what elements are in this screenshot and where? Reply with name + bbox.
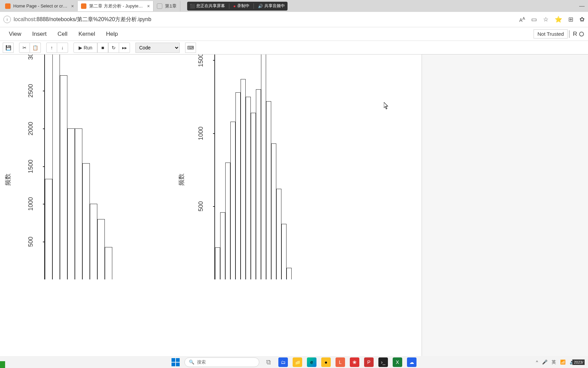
y-tick-mark xyxy=(43,91,45,91)
histogram-right: 频数 50010001500 xyxy=(177,55,347,279)
jupyter-favicon xyxy=(81,3,86,9)
tab-label: Home Page - Select or create a n xyxy=(13,3,68,9)
kernel-name: R xyxy=(573,31,577,37)
menu-help[interactable]: Help xyxy=(101,31,124,37)
jupyter-favicon xyxy=(5,3,11,9)
jupyter-menu-bar: View Insert Cell Kernel Help Not Trusted… xyxy=(0,27,588,41)
windows-taskbar: 🔍 搜索 ⿻ 🗂 📁 e ● L ❀ P ›_ X ☁ ^ 🎤 英 📶 🔊 🔋 … xyxy=(0,356,588,368)
browser-tab-bar: Home Page - Select or create a n × 第二章 方… xyxy=(0,0,588,12)
task-view-icon[interactable]: ⿻ xyxy=(264,357,274,367)
y-tick-mark xyxy=(213,133,215,134)
url-path: :8888/notebooks/第二章%20%20方差分析.ipynb xyxy=(35,16,151,22)
screen-share-bar[interactable]: ⬛您正在共享屏幕 ●录制中 🔊共享音频中 xyxy=(187,2,288,11)
stop-button[interactable]: ■ xyxy=(97,43,108,53)
bar xyxy=(60,75,67,279)
bar xyxy=(90,204,97,279)
menu-kernel[interactable]: Kernel xyxy=(73,31,100,37)
star-icon[interactable]: ☆ xyxy=(543,16,549,23)
y-tick-label: 3000 xyxy=(27,55,34,63)
notebook-area[interactable]: 频数 50010001500200025003000 频数 5001000150… xyxy=(0,55,588,356)
copy-button[interactable]: 📋 xyxy=(30,43,41,53)
url-host: localhost xyxy=(14,16,35,22)
app-icon-4[interactable]: P xyxy=(364,357,374,367)
separator xyxy=(569,30,570,38)
ime-icon[interactable]: 英 xyxy=(552,359,556,365)
bar xyxy=(52,55,60,279)
reader-icon[interactable]: ▭ xyxy=(531,16,537,23)
mic-icon[interactable]: 🎤 xyxy=(542,359,548,365)
close-icon[interactable]: × xyxy=(71,3,74,9)
minimize-icon[interactable]: — xyxy=(579,3,585,9)
file-favicon xyxy=(157,3,162,9)
kernel-indicator[interactable]: R xyxy=(569,30,584,38)
collections-icon[interactable]: ⊞ xyxy=(568,16,573,23)
command-palette-button[interactable]: ⌨ xyxy=(185,43,196,53)
tab-label: 第1章 xyxy=(165,3,176,9)
y-tick-mark xyxy=(43,128,45,129)
tab-label: 第二章 方差分析 - Jupyter Noteb xyxy=(89,3,144,9)
save-button[interactable]: 💾 xyxy=(3,43,14,53)
taskbar-search[interactable]: 🔍 搜索 xyxy=(184,357,259,367)
terminal-icon[interactable]: ›_ xyxy=(378,357,388,367)
url-field[interactable]: localhost:8888/notebooks/第二章%20%20方差分析.i… xyxy=(14,16,517,23)
bar xyxy=(67,128,75,279)
clock[interactable]: 2023/ xyxy=(572,359,585,365)
bar xyxy=(220,212,225,279)
site-info-icon[interactable]: i xyxy=(3,16,11,23)
y-tick-label: 500 xyxy=(27,232,34,252)
bar xyxy=(287,268,292,279)
audio-label: 共享音频中 xyxy=(264,3,285,9)
system-tray[interactable]: ^ 🎤 英 📶 🔊 🔋 2023/ xyxy=(536,359,585,365)
app-icon-3[interactable]: ❀ xyxy=(350,357,359,367)
app-icon-1[interactable]: ● xyxy=(321,357,331,367)
bar xyxy=(97,219,105,279)
wifi-icon[interactable]: 📶 xyxy=(560,359,566,365)
bar xyxy=(246,97,251,279)
folder-icon[interactable]: 📁 xyxy=(293,357,302,367)
y-tick-label: 1500 xyxy=(27,156,34,177)
bar xyxy=(235,92,241,279)
menu-insert[interactable]: Insert xyxy=(27,31,52,37)
bar xyxy=(276,189,281,279)
favorites-icon[interactable]: ⭐ xyxy=(555,16,562,23)
cell-type-select[interactable]: Code xyxy=(135,43,180,53)
cut-button[interactable]: ✂ xyxy=(19,43,30,53)
move-down-button[interactable]: ↓ xyxy=(57,43,68,53)
tab-chapter1[interactable]: 第1章 xyxy=(153,1,180,11)
tab-notebook[interactable]: 第二章 方差分析 - Jupyter Noteb × xyxy=(78,1,153,11)
menu-view[interactable]: View xyxy=(3,31,27,37)
move-up-button[interactable]: ↑ xyxy=(46,43,57,53)
browser-actions: AA ▭ ☆ ⭐ ⊞ ✿ xyxy=(519,16,585,23)
recording-indicator: ●录制中 xyxy=(233,3,249,9)
kernel-status-icon xyxy=(579,32,584,36)
excel-icon[interactable]: X xyxy=(393,357,402,367)
y-tick-mark xyxy=(43,166,45,167)
edge-icon[interactable]: e xyxy=(307,357,316,367)
app-icon-2[interactable]: L xyxy=(336,357,345,367)
start-button[interactable] xyxy=(172,358,180,366)
explorer-icon[interactable]: 🗂 xyxy=(278,357,288,367)
run-button[interactable]: ▶ Run xyxy=(74,43,97,53)
restart-button[interactable]: ↻ xyxy=(108,43,119,53)
bar xyxy=(215,247,220,279)
y-axis-label: 频数 xyxy=(177,173,185,186)
bar xyxy=(256,89,261,279)
fast-forward-button[interactable]: ▸▸ xyxy=(119,43,130,53)
bar xyxy=(241,79,246,279)
close-icon[interactable]: × xyxy=(147,3,150,9)
menu-cell[interactable]: Cell xyxy=(52,31,73,37)
y-axis-label: 频数 xyxy=(4,173,12,186)
chart-bars xyxy=(44,55,112,279)
run-label: Run xyxy=(84,45,93,50)
bar xyxy=(45,179,52,279)
tab-home[interactable]: Home Page - Select or create a n × xyxy=(2,1,78,11)
search-placeholder: 搜索 xyxy=(197,359,206,365)
chevron-up-icon[interactable]: ^ xyxy=(536,359,538,365)
app-icon-5[interactable]: ☁ xyxy=(407,357,416,367)
sharing-label: 您正在共享屏幕 xyxy=(196,3,225,9)
trust-badge[interactable]: Not Trusted xyxy=(534,29,568,39)
extensions-icon[interactable]: ✿ xyxy=(579,16,585,23)
y-tick-label: 2500 xyxy=(27,80,34,101)
text-size-icon[interactable]: AA xyxy=(519,16,525,23)
bar xyxy=(266,101,271,279)
